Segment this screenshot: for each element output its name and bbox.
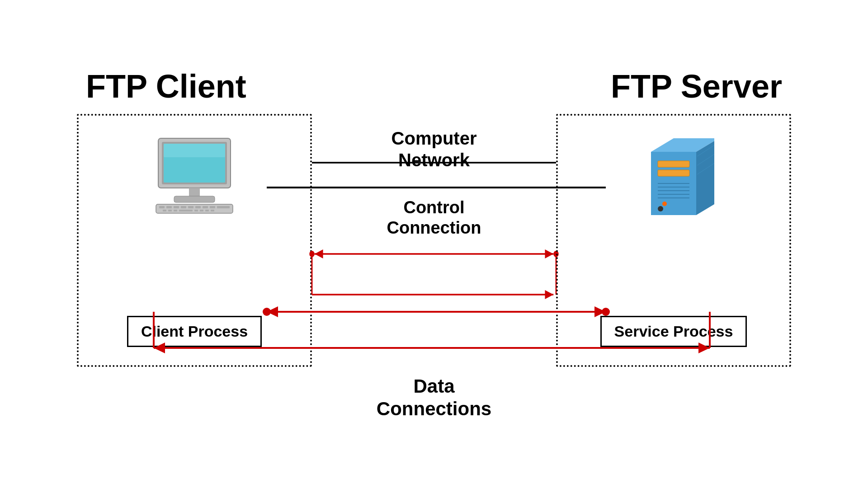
network-label: Computer Network (392, 127, 477, 171)
svg-marker-29 (545, 249, 553, 258)
svg-rect-22 (205, 210, 209, 211)
top-labels: FTP Client FTP Server (50, 68, 818, 105)
middle-area: Computer Network Control Connection (312, 114, 556, 367)
svg-rect-21 (200, 210, 203, 211)
svg-rect-4 (189, 188, 200, 196)
svg-rect-9 (174, 206, 179, 208)
ftp-server-title: FTP Server (611, 68, 782, 105)
ftp-client-title: FTP Client (86, 68, 246, 105)
svg-marker-28 (315, 249, 323, 258)
svg-rect-20 (194, 210, 198, 211)
service-process-label: Service Process (600, 316, 747, 347)
server-icon (633, 134, 714, 224)
svg-rect-5 (174, 196, 215, 202)
control-connection-label: Control Connection (387, 197, 481, 239)
svg-rect-19 (179, 210, 193, 211)
svg-rect-7 (159, 206, 165, 208)
svg-rect-12 (195, 206, 201, 208)
svg-rect-17 (168, 210, 172, 211)
svg-rect-14 (210, 206, 215, 208)
svg-rect-15 (217, 206, 230, 208)
svg-rect-6 (156, 204, 233, 213)
svg-marker-33 (545, 290, 553, 299)
client-process-label: Client Process (127, 316, 262, 347)
svg-rect-23 (211, 210, 214, 211)
svg-rect-37 (658, 161, 689, 167)
svg-rect-18 (174, 210, 177, 211)
svg-point-40 (662, 202, 667, 206)
svg-rect-16 (163, 210, 166, 211)
diagram-container: FTP Client FTP Server (50, 36, 818, 452)
client-box: Client Process (77, 114, 312, 367)
svg-rect-10 (181, 206, 186, 208)
svg-rect-39 (658, 206, 663, 211)
svg-rect-38 (658, 170, 689, 176)
data-connections-label: Data Connections (377, 375, 491, 421)
server-box: Service Process (556, 114, 791, 367)
svg-rect-8 (166, 206, 172, 208)
svg-rect-3 (164, 144, 225, 157)
svg-rect-13 (203, 206, 208, 208)
computer-icon (149, 134, 240, 215)
svg-rect-11 (188, 206, 193, 208)
